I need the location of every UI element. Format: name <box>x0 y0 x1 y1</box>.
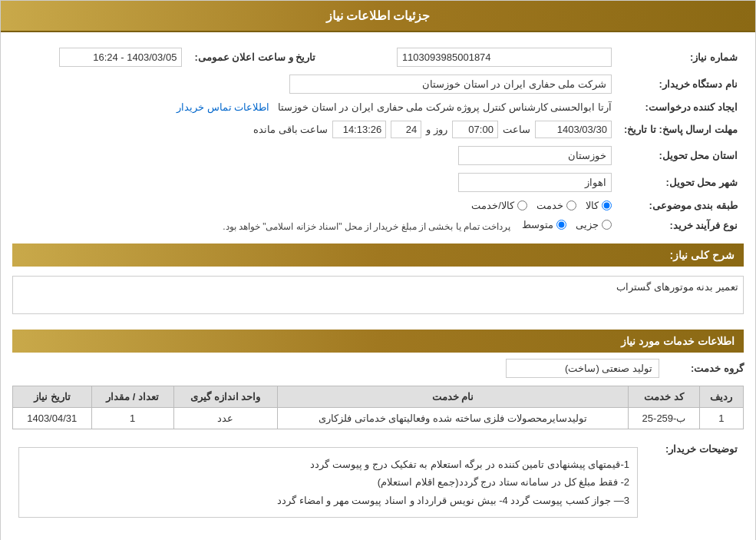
table-header-row: ردیف کد خدمت نام خدمت واحد اندازه گیری ت… <box>13 386 744 408</box>
services-header: اطلاعات خدمات مورد نیاز <box>12 330 744 353</box>
response-day-label: روز و <box>426 124 447 135</box>
buyer-notes-row: توضیحات خریدار: 1-قیمتهای پیشنهادی تامین… <box>12 437 744 528</box>
table-body: 1 ب-259-25 تولیدسایرمحصولات فلزی ساخته ش… <box>13 408 744 429</box>
creator-value: آرتا ابوالحسنی کارشناس کنترل پروژه شرکت … <box>278 101 612 113</box>
cell-name: تولیدسایرمحصولات فلزی ساخته شده وفعالیته… <box>277 408 629 429</box>
need-number-value: 1103093985001874 <box>397 48 612 67</box>
response-deadline-label: مهلت ارسال پاسخ: تا تاریخ: <box>618 117 744 142</box>
purchase-type-label: نوع فرآیند خرید: <box>618 215 744 236</box>
category-kala-khedmat-label: کالا/خدمت <box>471 200 514 211</box>
purchase-type-jozyi: جزیی <box>576 219 612 230</box>
delivery-province-value: خوزستان <box>458 146 612 165</box>
page-container: جزئیات اطلاعات نیاز شماره نیاز: 11030939… <box>0 0 756 540</box>
cell-unit: عدد <box>173 408 277 429</box>
need-description-header: شرح کلی نیاز: <box>12 243 744 267</box>
category-option-kala-khedmat: کالا/خدمت <box>471 200 527 211</box>
delivery-province-label: استان محل تحویل: <box>618 142 744 169</box>
col-date: تاریخ نیاز <box>13 386 92 408</box>
category-radio-group: کالا خدمت کالا/خدمت <box>18 200 612 211</box>
info-table: شماره نیاز: 1103093985001874 تاریخ و ساع… <box>12 44 744 236</box>
response-hours-value: 14:13:26 <box>332 121 386 138</box>
col-code: کد خدمت <box>629 386 699 408</box>
purchase-type-note: پرداخت تمام یا بخشی از مبلغ خریدار از مح… <box>223 221 510 232</box>
col-row: ردیف <box>699 386 743 408</box>
service-group-value: تولید صنعتی (ساخت) <box>506 359 659 378</box>
row-province: استان محل تحویل: خوزستان <box>12 142 744 169</box>
col-unit: واحد اندازه گیری <box>173 386 277 408</box>
service-group-label: گروه خدمت: <box>667 363 744 374</box>
requester-org-value: شرکت ملی حفاری ایران در استان خوزستان <box>289 75 612 94</box>
row-purchase-type: نوع فرآیند خرید: جزیی متوسط پرداخت ت <box>12 215 744 236</box>
response-date: 1403/03/30 <box>535 121 612 138</box>
service-group-row: گروه خدمت: تولید صنعتی (ساخت) <box>12 359 744 378</box>
cell-row: 1 <box>699 408 743 429</box>
cell-date: 1403/04/31 <box>13 408 92 429</box>
buyer-notes-content: 1-قیمتهای پیشنهادی تامین کننده در برگه ا… <box>18 447 638 518</box>
row-deadline: مهلت ارسال پاسخ: تا تاریخ: 1403/03/30 سا… <box>12 117 744 142</box>
response-time-label: ساعت <box>503 124 530 135</box>
category-khedmat-label: خدمت <box>536 200 563 211</box>
contact-link[interactable]: اطلاعات تماس خریدار <box>177 101 269 113</box>
table-header: ردیف کد خدمت نام خدمت واحد اندازه گیری ت… <box>13 386 744 408</box>
delivery-city-label: شهر محل تحویل: <box>618 169 744 196</box>
cell-code: ب-259-25 <box>629 408 699 429</box>
services-table: ردیف کد خدمت نام خدمت واحد اندازه گیری ت… <box>12 386 744 429</box>
announcement-date-value: 1403/03/05 - 16:24 <box>59 48 182 67</box>
response-days: 24 <box>391 121 421 138</box>
announcement-date-label: تاریخ و ساعت اعلان عمومی: <box>188 44 322 71</box>
delivery-city-value: اهواز <box>458 173 612 192</box>
cell-quantity: 1 <box>91 408 173 429</box>
buyer-notes-table: توضیحات خریدار: 1-قیمتهای پیشنهادی تامین… <box>12 437 744 528</box>
purchase-type-radio-motavasset[interactable] <box>556 220 566 230</box>
row-category: طبقه بندی موضوعی: کالا خدمت <box>12 196 744 215</box>
purchase-type-radio-jozyi[interactable] <box>602 220 612 230</box>
row-creator: ایجاد کننده درخواست: آرتا ابوالحسنی کارش… <box>12 98 744 117</box>
response-hours-label: ساعت باقی مانده <box>253 124 328 135</box>
category-radio-kala-khedmat[interactable] <box>517 200 527 210</box>
purchase-motavasset-label: متوسط <box>522 219 553 230</box>
response-time: 07:00 <box>452 121 498 138</box>
category-radio-khedmat[interactable] <box>566 200 576 210</box>
row-need-number: شماره نیاز: 1103093985001874 تاریخ و ساع… <box>12 44 744 71</box>
purchase-type-motavasset: متوسط <box>522 219 566 230</box>
page-title: جزئیات اطلاعات نیاز <box>326 9 431 22</box>
purchase-jozyi-label: جزیی <box>576 219 599 230</box>
row-requester: نام دستگاه خریدار: شرکت ملی حفاری ایران … <box>12 71 744 98</box>
category-radio-kala[interactable] <box>602 200 612 210</box>
content-area: شماره نیاز: 1103093985001874 تاریخ و ساع… <box>1 32 755 540</box>
col-name: نام خدمت <box>277 386 629 408</box>
requester-org-label: نام دستگاه خریدار: <box>618 71 744 98</box>
purchase-type-radio-group: جزیی متوسط <box>522 219 612 230</box>
table-row: 1 ب-259-25 تولیدسایرمحصولات فلزی ساخته ش… <box>13 408 744 429</box>
need-description-text: تعمیر بدنه موتورهای گستراب <box>12 276 744 314</box>
category-option-kala: کالا <box>586 200 612 211</box>
need-description-area: تعمیر بدنه موتورهای گستراب <box>12 273 744 322</box>
buyer-notes-label: توضیحات خریدار: <box>644 437 744 528</box>
action-buttons: چاپ بازگشت <box>12 535 744 540</box>
category-label: طبقه بندی موضوعی: <box>618 196 744 215</box>
need-number-label: شماره نیاز: <box>618 44 744 71</box>
category-option-khedmat: خدمت <box>536 200 576 211</box>
page-header: جزئیات اطلاعات نیاز <box>1 1 755 32</box>
category-kala-label: کالا <box>586 200 599 211</box>
col-quantity: تعداد / مقدار <box>91 386 173 408</box>
row-city: شهر محل تحویل: اهواز <box>12 169 744 196</box>
creator-label: ایجاد کننده درخواست: <box>618 98 744 117</box>
